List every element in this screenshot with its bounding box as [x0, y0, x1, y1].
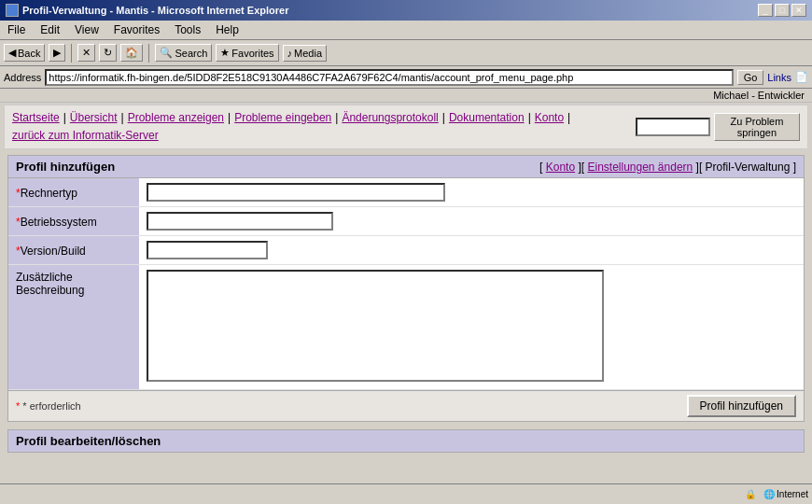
section2-header: Profil bearbeiten/löschen — [7, 429, 805, 453]
beschreibung-label: ZusätzlicheBeschreibung — [8, 265, 139, 390]
link-konto[interactable]: Konto — [546, 161, 575, 174]
back-icon: ◀ — [8, 47, 16, 59]
zone-indicator: 🌐 Internet — [763, 489, 808, 499]
nav-probleme-eingeben[interactable]: Probleme eingeben — [234, 109, 331, 127]
refresh-button[interactable]: ↻ — [99, 44, 117, 62]
window-controls: _ □ ✕ — [758, 4, 806, 17]
search-icon: 🔍 — [160, 47, 173, 59]
rechnertyp-cell — [139, 178, 804, 207]
favorites-icon: ★ — [220, 47, 230, 59]
link-einstellungen[interactable]: Einstellungen ändern — [587, 161, 693, 174]
form-title: Profil hinzufügen — [16, 160, 115, 174]
stop-button[interactable]: ✕ — [77, 44, 95, 62]
form-section-header: Profil hinzufügen [ Konto ][ Einstellung… — [8, 156, 804, 178]
betriebssystem-label: *Betriebssystem — [8, 207, 139, 236]
table-row: *Version/Build — [8, 236, 804, 265]
table-row: ZusätzlicheBeschreibung — [8, 265, 804, 390]
add-profile-section: Profil hinzufügen [ Konto ][ Einstellung… — [7, 155, 805, 422]
home-icon: 🏠 — [125, 47, 138, 59]
nav-ubersicht[interactable]: Übersicht — [70, 109, 118, 127]
media-icon: ♪ — [287, 48, 293, 59]
jump-button[interactable]: Zu Problem springen — [714, 113, 800, 141]
version-input[interactable] — [147, 241, 268, 259]
table-row: *Betriebssystem — [8, 207, 804, 236]
jump-input[interactable] — [636, 118, 710, 136]
refresh-icon: ↻ — [104, 47, 112, 59]
form-table: *Rechnertyp *Betriebssystem — [8, 178, 804, 390]
back-button[interactable]: ◀ Back — [4, 44, 45, 62]
form-footer: * * erforderlich Profil hinzufügen — [8, 390, 804, 421]
toolbar-separator — [71, 44, 72, 63]
form-section-links: [ Konto ][ Einstellungen ändern ][ Profi… — [539, 161, 796, 174]
menu-tools[interactable]: Tools — [171, 22, 204, 37]
stop-icon: ✕ — [82, 47, 91, 59]
rechnertyp-input[interactable] — [147, 183, 445, 202]
window-titlebar: Profil-Verwaltung - Mantis - Microsoft I… — [0, 0, 812, 21]
nav-startseite[interactable]: Startseite — [12, 109, 60, 127]
nav-informatik-server[interactable]: zurück zum Informatik-Server — [12, 127, 159, 145]
forward-button[interactable]: ▶ — [49, 44, 65, 62]
menubar: File Edit View Favorites Tools Help — [0, 21, 812, 40]
required-note: * * erforderlich — [16, 400, 81, 412]
menu-favorites[interactable]: Favorites — [110, 22, 163, 37]
link-profil-verwaltung: Profil-Verwaltung — [706, 161, 791, 174]
main-content: Profil hinzufügen [ Konto ][ Einstellung… — [0, 151, 812, 456]
table-row: *Rechnertyp — [8, 178, 804, 207]
menu-help[interactable]: Help — [212, 22, 243, 37]
forward-icon: ▶ — [53, 47, 61, 59]
statusbar: 🔒 🌐 Internet — [0, 483, 812, 504]
search-button[interactable]: 🔍 Search — [155, 44, 212, 62]
nav-dokumentation[interactable]: Dokumentation — [449, 109, 525, 127]
home-button[interactable]: 🏠 — [120, 44, 143, 62]
links-label: Links — [767, 72, 791, 83]
nav-right: Zu Problem springen — [636, 113, 800, 141]
menu-file[interactable]: File — [4, 22, 29, 37]
user-info: Michael - Entwickler — [713, 90, 805, 101]
zone-label: Internet — [777, 489, 808, 499]
nav-links: Startseite | Übersicht | Probleme anzeig… — [12, 109, 636, 145]
statusbar-right: 🔒 🌐 Internet — [745, 489, 808, 499]
nav-anderungsprotokoll[interactable]: Änderungsprotokoll — [342, 109, 438, 127]
page-content: Michael - Entwickler Startseite | Übersi… — [0, 89, 812, 483]
rechnertyp-label: *Rechnertyp — [8, 178, 139, 207]
beschreibung-cell — [139, 265, 804, 390]
beschreibung-textarea[interactable] — [147, 270, 604, 382]
addressbar: Address Go Links 📄 — [0, 66, 812, 89]
nav-konto[interactable]: Konto — [535, 109, 564, 127]
nav-probleme-anzeigen[interactable]: Probleme anzeigen — [128, 109, 224, 127]
address-label: Address — [4, 72, 41, 83]
betriebssystem-cell — [139, 207, 804, 236]
section2-title: Profil bearbeiten/löschen — [16, 434, 161, 448]
address-input[interactable] — [45, 69, 733, 86]
version-cell — [139, 236, 804, 265]
toolbar-separator-2 — [148, 44, 149, 63]
nav-bar: Startseite | Übersicht | Probleme anzeig… — [4, 105, 808, 149]
toolbar: ◀ Back ▶ ✕ ↻ 🏠 🔍 Search ★ Favorites ♪ Me… — [0, 40, 812, 66]
go-button[interactable]: Go — [737, 70, 764, 85]
media-button[interactable]: ♪ Media — [283, 45, 327, 62]
minimize-button[interactable]: _ — [758, 4, 773, 17]
menu-edit[interactable]: Edit — [36, 22, 63, 37]
menu-view[interactable]: View — [71, 22, 103, 37]
lock-icon: 🔒 — [745, 489, 756, 499]
close-button[interactable]: ✕ — [791, 4, 806, 17]
links-icon: 📄 — [795, 71, 808, 83]
window-title: Profil-Verwaltung - Mantis - Microsoft I… — [22, 5, 288, 16]
betriebssystem-input[interactable] — [147, 212, 333, 231]
version-label: *Version/Build — [8, 236, 139, 265]
favorites-button[interactable]: ★ Favorites — [216, 44, 278, 62]
add-profile-button[interactable]: Profil hinzufügen — [687, 395, 796, 417]
window-icon — [6, 4, 19, 17]
maximize-button[interactable]: □ — [775, 4, 790, 17]
